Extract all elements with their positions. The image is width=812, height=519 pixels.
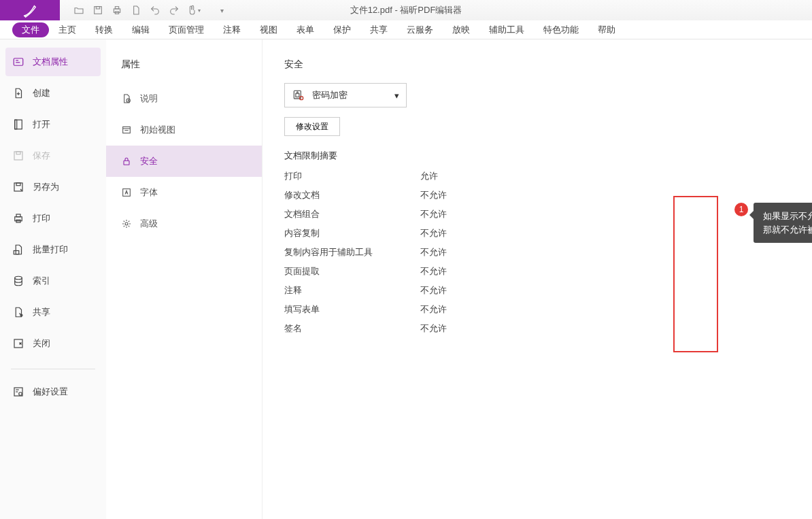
prop-tab-label: 字体 <box>140 186 158 199</box>
qa-open-icon[interactable] <box>71 2 87 18</box>
qa-file-icon[interactable] <box>128 2 144 18</box>
prop-tab-initial-view[interactable]: 初始视图 <box>106 114 262 146</box>
summary-title: 文档限制摘要 <box>284 150 790 162</box>
properties-sidebar: 属性 说明初始视图安全字体高级 <box>106 39 263 519</box>
perm-value: 不允许 <box>420 246 475 258</box>
qa-redo-icon[interactable] <box>166 2 182 18</box>
svg-rect-1 <box>96 7 99 9</box>
file-menu-prefs[interactable]: 偏好设置 <box>5 378 101 406</box>
perm-value: 不允许 <box>420 227 475 239</box>
perm-name: 签名 <box>284 322 420 335</box>
file-menu-label: 共享 <box>33 306 50 318</box>
perm-value: 不允许 <box>420 208 475 220</box>
perm-value: 不允许 <box>420 284 475 297</box>
file-menu-label: 关闭 <box>33 337 50 350</box>
perm-value: 不允许 <box>420 265 475 278</box>
ribbon-tab-5[interactable]: 注释 <box>214 20 250 39</box>
qa-hand-icon[interactable]: ▾ <box>185 2 201 18</box>
ribbon-tab-8[interactable]: 保护 <box>324 20 360 39</box>
svg-rect-5 <box>14 58 23 66</box>
file-menu-label: 文档属性 <box>33 56 68 68</box>
svg-rect-16 <box>15 217 22 221</box>
perm-name: 页面提取 <box>284 265 420 278</box>
qa-save-icon[interactable] <box>90 2 106 18</box>
app-logo <box>0 0 60 20</box>
ribbon-tab-14[interactable]: 帮助 <box>588 20 625 39</box>
svg-point-20 <box>15 276 22 280</box>
prop-tab-label: 高级 <box>140 218 158 230</box>
quick-access-toolbar: ▾ ▾ <box>71 2 230 18</box>
file-menu-share[interactable]: 共享 <box>5 298 101 327</box>
file-menu-open[interactable]: 打开 <box>5 110 101 139</box>
properties-header: 属性 <box>106 52 262 83</box>
svg-rect-22 <box>14 339 22 348</box>
ribbon-tab-11[interactable]: 放映 <box>443 20 479 39</box>
quill-icon <box>22 3 37 18</box>
svg-point-40 <box>300 97 303 100</box>
encryption-select[interactable]: 密码加密 ▾ <box>284 83 407 107</box>
file-menu-close-doc[interactable]: 关闭 <box>5 329 101 358</box>
svg-point-26 <box>19 392 22 396</box>
create-icon <box>12 87 24 99</box>
file-menu-print[interactable]: 打印 <box>5 204 101 233</box>
ribbon-tabs: 文件主页转换编辑页面管理注释视图表单保护共享云服务放映辅助工具特色功能帮助 <box>0 20 812 39</box>
description-icon <box>121 93 132 104</box>
modify-settings-button[interactable]: 修改设置 <box>284 117 340 136</box>
file-menu-save: 保存 <box>5 141 101 170</box>
ribbon-tab-6[interactable]: 视图 <box>250 20 287 39</box>
prop-tab-advanced[interactable]: 高级 <box>106 208 262 239</box>
perm-name: 文档组合 <box>284 208 420 220</box>
ribbon-tab-4[interactable]: 页面管理 <box>159 20 214 39</box>
ribbon-tab-9[interactable]: 共享 <box>360 20 397 39</box>
file-menu-create[interactable]: 创建 <box>5 79 101 107</box>
file-menu-doc-prop[interactable]: 文档属性 <box>5 48 101 76</box>
ribbon-tab-10[interactable]: 云服务 <box>397 20 443 39</box>
svg-rect-39 <box>296 94 299 97</box>
prop-tab-description[interactable]: 说明 <box>106 83 262 114</box>
svg-point-37 <box>125 222 128 225</box>
svg-rect-12 <box>14 152 22 160</box>
perm-name: 修改文档 <box>284 189 420 201</box>
prop-tab-security[interactable]: 安全 <box>106 146 262 177</box>
perm-value: 允许 <box>420 170 475 182</box>
chevron-down-icon: ▾ <box>394 90 399 101</box>
svg-rect-34 <box>124 161 129 165</box>
ribbon-tab-1[interactable]: 主页 <box>49 20 86 39</box>
advanced-icon <box>121 218 132 229</box>
ribbon-tab-13[interactable]: 特色功能 <box>534 20 588 39</box>
initial-view-icon <box>121 124 132 135</box>
file-menu-label: 偏好设置 <box>33 386 68 398</box>
svg-rect-31 <box>123 127 131 133</box>
prop-tab-label: 初始视图 <box>140 124 175 136</box>
ribbon-tab-2[interactable]: 转换 <box>86 20 122 39</box>
prefs-icon <box>12 386 24 398</box>
file-menu-label: 保存 <box>33 150 50 162</box>
file-menu-label: 打开 <box>33 118 50 131</box>
save-icon <box>12 150 24 162</box>
svg-rect-19 <box>14 251 19 254</box>
svg-rect-11 <box>15 120 17 129</box>
perm-name: 内容复制 <box>284 227 420 239</box>
svg-rect-10 <box>15 120 22 129</box>
doc-prop-icon <box>12 56 24 68</box>
open-icon <box>12 118 24 131</box>
prop-tab-label: 安全 <box>140 155 158 167</box>
ribbon-tab-3[interactable]: 编辑 <box>122 20 159 39</box>
perm-value: 不允许 <box>420 189 475 201</box>
ribbon-tab-7[interactable]: 表单 <box>287 20 324 39</box>
prop-tab-font[interactable]: 字体 <box>106 177 262 208</box>
file-menu-batch-print[interactable]: 批量打印 <box>5 235 101 264</box>
prop-tab-label: 说明 <box>140 93 158 105</box>
ribbon-tab-0[interactable]: 文件 <box>12 22 49 37</box>
share-icon <box>12 306 24 318</box>
print-icon <box>12 212 24 224</box>
qa-undo-icon[interactable] <box>147 2 163 18</box>
sidebar-divider <box>11 369 95 369</box>
qa-print-icon[interactable] <box>109 2 125 18</box>
perm-name: 填写表单 <box>284 303 420 316</box>
perm-name: 注释 <box>284 284 420 297</box>
file-menu-save-as[interactable]: 另存为 <box>5 173 101 201</box>
file-menu-index[interactable]: 索引 <box>5 267 101 295</box>
ribbon-tab-12[interactable]: 辅助工具 <box>479 20 534 39</box>
qa-more-icon[interactable]: ▾ <box>214 2 230 18</box>
